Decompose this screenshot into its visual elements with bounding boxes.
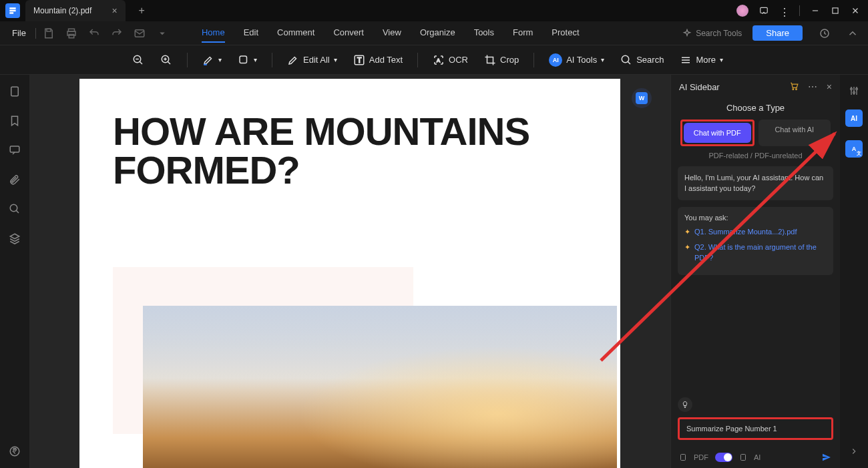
ocr-button[interactable]: A OCR: [427, 51, 473, 69]
share-button[interactable]: Share: [752, 25, 803, 41]
minimize-icon[interactable]: [811, 6, 820, 15]
kebab-menu-icon[interactable]: ⋮: [779, 6, 789, 15]
search-tools[interactable]: Search Tools: [682, 29, 742, 38]
mail-icon[interactable]: [134, 27, 146, 39]
app-logo-icon: [5, 3, 20, 18]
ocr-label: OCR: [449, 55, 468, 65]
suggestions-box: You may ask: ✦ Q1. Summarize Mounta...2)…: [678, 207, 833, 275]
redo-icon[interactable]: [111, 27, 123, 39]
svg-rect-28: [11, 87, 19, 96]
pdf-icon: [679, 453, 687, 461]
ai-greeting-message: Hello, I'm Lumi, your AI assistant. How …: [678, 166, 833, 200]
file-menu[interactable]: File: [5, 25, 33, 41]
ai-input-area: [678, 397, 833, 440]
pdf-toggle[interactable]: [715, 453, 732, 462]
print-icon[interactable]: [65, 27, 77, 39]
layers-icon[interactable]: [9, 232, 21, 244]
edit-all-label: Edit All: [303, 55, 330, 65]
svg-point-34: [795, 89, 797, 90]
chat-mode-toggle: Chat with PDF Chat with AI: [671, 120, 840, 146]
user-avatar[interactable]: [736, 5, 748, 17]
chevron-right-icon[interactable]: [849, 447, 859, 456]
chevron-left-icon[interactable]: [9, 447, 19, 456]
maximize-icon[interactable]: [831, 6, 840, 15]
more-button[interactable]: More ▾: [674, 51, 728, 69]
translate-button[interactable]: A文: [845, 140, 863, 158]
svg-rect-36: [741, 455, 746, 461]
pdf-page: HOW ARE MOUNTAINS FORMED?: [79, 79, 620, 468]
sparkle-icon: ✦: [684, 242, 690, 263]
svg-point-40: [853, 91, 855, 93]
ai-chat-input[interactable]: [678, 417, 833, 440]
export-word-badge[interactable]: W: [632, 88, 652, 108]
tab-convert[interactable]: Convert: [333, 23, 364, 43]
main-area: HOW ARE MOUNTAINS FORMED? W AI Sidebar ⋯…: [0, 75, 868, 468]
save-icon[interactable]: [43, 27, 55, 39]
tab-protect[interactable]: Protect: [552, 23, 579, 43]
idea-button[interactable]: [678, 397, 692, 412]
settings-icon[interactable]: [849, 85, 859, 96]
chat-icon[interactable]: [759, 6, 769, 15]
divider: [799, 5, 800, 16]
tab-edit[interactable]: Edit: [244, 23, 258, 43]
word-icon: W: [636, 92, 648, 104]
tab-view[interactable]: View: [383, 23, 401, 43]
bookmark-icon[interactable]: [9, 115, 21, 127]
titlebar: Mountain (2).pdf × + ⋮: [0, 0, 868, 21]
svg-point-43: [856, 88, 858, 90]
sparkle-icon: ✦: [684, 227, 690, 237]
svg-rect-29: [10, 146, 19, 152]
add-tab-button[interactable]: +: [139, 5, 145, 17]
toolbar: ▾ ▾ Edit All ▾ T Add Text A OCR Crop AI …: [0, 45, 868, 75]
document-tab[interactable]: Mountain (2).pdf ×: [25, 0, 126, 21]
pdf-related-label: PDF-related / PDF-unrelated: [671, 152, 840, 160]
separator: [533, 53, 534, 67]
more-options-icon[interactable]: ⋯: [808, 81, 817, 92]
tab-tools[interactable]: Tools: [474, 23, 494, 43]
ai-sidebar-title: AI Sidebar: [679, 82, 720, 92]
undo-icon[interactable]: [88, 27, 100, 39]
collapse-icon[interactable]: [847, 27, 859, 39]
search-rail-icon[interactable]: [9, 203, 21, 215]
send-icon[interactable]: [821, 452, 832, 463]
you-may-ask-label: You may ask:: [684, 214, 827, 222]
edit-all-button[interactable]: Edit All ▾: [282, 51, 343, 69]
chat-with-ai-option[interactable]: Chat with AI: [758, 120, 831, 146]
shape-button[interactable]: ▾: [232, 51, 262, 69]
menubar: File Home Edit Comment Convert View Orga…: [0, 21, 868, 45]
foot-ai-label: AI: [754, 453, 761, 461]
svg-line-24: [628, 61, 630, 64]
document-viewport[interactable]: HOW ARE MOUNTAINS FORMED? W: [29, 75, 670, 468]
crop-button[interactable]: Crop: [479, 51, 524, 69]
dropdown-icon[interactable]: [156, 27, 168, 39]
ai-panel-button[interactable]: AI: [845, 109, 863, 127]
suggestion-q2[interactable]: ✦ Q2. What is the main argument of the P…: [684, 242, 827, 263]
svg-point-33: [793, 89, 794, 90]
tab-organize[interactable]: Organize: [420, 23, 455, 43]
close-tab-icon[interactable]: ×: [112, 5, 117, 16]
add-text-label: Add Text: [369, 55, 403, 65]
zoom-in-button[interactable]: [155, 51, 178, 69]
close-window-icon[interactable]: [851, 6, 860, 15]
tab-home[interactable]: Home: [202, 23, 225, 43]
search-button[interactable]: Search: [615, 51, 669, 69]
suggestion-q1[interactable]: ✦ Q1. Summarize Mounta...2).pdf: [684, 227, 827, 237]
add-text-button[interactable]: T Add Text: [348, 51, 408, 69]
separator: [272, 53, 272, 67]
thumbnail-icon[interactable]: [9, 85, 21, 97]
cart-icon[interactable]: [789, 81, 799, 91]
highlight-button[interactable]: ▾: [197, 51, 227, 69]
comment-icon[interactable]: [9, 144, 21, 156]
attachment-icon[interactable]: [9, 174, 21, 186]
right-rail: AI A文: [840, 75, 868, 468]
tab-form[interactable]: Form: [513, 23, 533, 43]
more-label: More: [696, 55, 716, 65]
close-sidebar-icon[interactable]: ×: [827, 81, 832, 92]
ai-tools-button[interactable]: AI AI Tools ▾: [544, 51, 610, 69]
zoom-out-button[interactable]: [127, 51, 150, 69]
search-label: Search: [636, 55, 664, 65]
chat-with-pdf-option[interactable]: Chat with PDF: [684, 123, 751, 143]
tab-comment[interactable]: Comment: [277, 23, 314, 43]
sync-icon[interactable]: [819, 27, 831, 39]
ai-footer: PDF AI: [671, 447, 840, 468]
